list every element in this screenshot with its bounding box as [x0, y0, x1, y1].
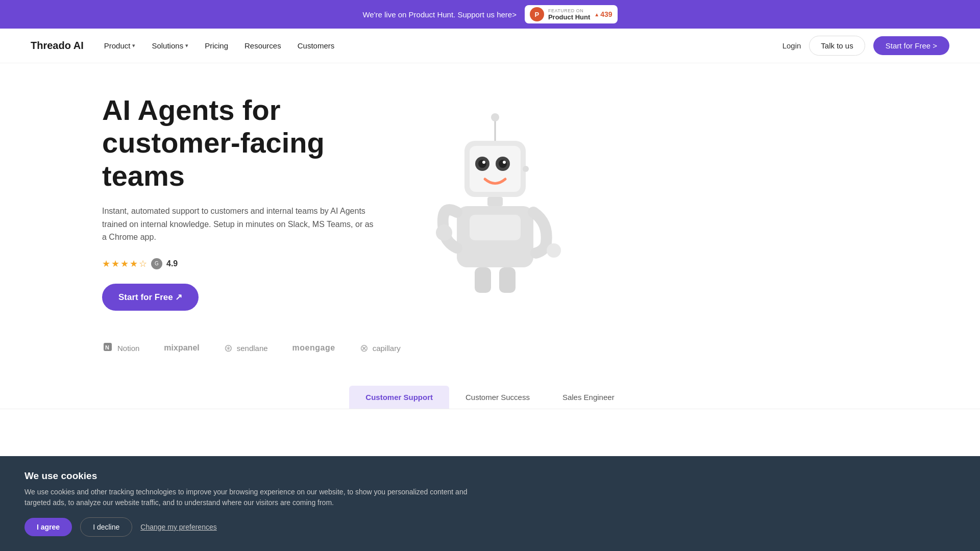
login-button[interactable]: Login	[782, 41, 801, 50]
svg-rect-3	[470, 146, 521, 192]
tab-sales-engineer[interactable]: Sales Engineer	[546, 386, 631, 409]
ph-icon: P	[530, 7, 544, 21]
tab-customer-success[interactable]: Customer Success	[449, 386, 546, 409]
logo-capillary: ⊗ capillary	[360, 342, 401, 354]
logos-row: N Notion mixpanel ⊛ sendlane moengage ⊗ …	[0, 331, 980, 375]
nav-resources[interactable]: Resources	[244, 41, 281, 50]
nav-actions: Login Talk to us Start for Free >	[782, 36, 949, 56]
hero-description: Instant, automated support to customers …	[102, 205, 378, 244]
hero-content: AI Agents for customer-facing teams Inst…	[102, 94, 408, 311]
star-1: ★	[102, 258, 110, 269]
hero-cta-button[interactable]: Start for Free ↗	[102, 284, 199, 311]
moengage-label: moengage	[292, 343, 335, 353]
ph-count-value: 439	[600, 10, 612, 18]
logo-sendlane: ⊛ sendlane	[224, 342, 268, 354]
notion-label: Notion	[117, 344, 139, 353]
ph-text: FEATURED ON Product Hunt	[548, 8, 590, 21]
hero-title: AI Agents for customer-facing teams	[102, 94, 408, 192]
svg-rect-16	[470, 215, 521, 240]
svg-point-5	[478, 160, 486, 168]
ph-name-label: Product Hunt	[548, 13, 590, 21]
nav-solutions[interactable]: Solutions ▾	[152, 41, 188, 50]
banner-text: We're live on Product Hunt. Support us h…	[362, 10, 517, 19]
nav-customers[interactable]: Customers	[298, 41, 335, 50]
capillary-label: capillary	[373, 344, 401, 353]
svg-point-18	[547, 243, 561, 258]
ph-count: ▲ 439	[594, 10, 612, 18]
product-hunt-badge[interactable]: P FEATURED ON Product Hunt ▲ 439	[525, 5, 618, 23]
star-half: ☆	[139, 258, 147, 269]
nav-links: Product ▾ Solutions ▾ Pricing Resources …	[104, 41, 782, 50]
svg-point-9	[503, 161, 506, 164]
top-banner: We're live on Product Hunt. Support us h…	[0, 0, 980, 29]
talk-button[interactable]: Talk to us	[809, 36, 865, 56]
svg-point-6	[482, 161, 485, 164]
star-3: ★	[120, 258, 129, 269]
star-2: ★	[111, 258, 119, 269]
ph-featured-label: FEATURED ON	[548, 8, 590, 13]
navbar: Threado AI Product ▾ Solutions ▾ Pricing…	[0, 29, 980, 63]
tab-customer-support[interactable]: Customer Support	[349, 386, 449, 409]
logo[interactable]: Threado AI	[31, 40, 84, 52]
capillary-icon: ⊗	[360, 342, 369, 354]
nav-pricing[interactable]: Pricing	[205, 41, 228, 50]
svg-text:N: N	[105, 344, 109, 350]
svg-rect-11	[487, 197, 503, 206]
robot-illustration	[419, 105, 572, 299]
star-rating: ★ ★ ★ ★ ☆	[102, 258, 147, 269]
tabs-section: Customer Support Customer Success Sales …	[0, 375, 980, 409]
mixpanel-label: mixpanel	[164, 343, 199, 353]
svg-point-8	[499, 160, 507, 168]
hero-title-line1: AI Agents for	[102, 94, 280, 126]
svg-rect-19	[475, 267, 491, 293]
sendlane-label: sendlane	[237, 344, 268, 353]
svg-point-1	[491, 113, 499, 121]
rating-row: ★ ★ ★ ★ ☆ G 4.9	[102, 258, 408, 269]
product-chevron-icon: ▾	[132, 42, 135, 49]
nav-product[interactable]: Product ▾	[104, 41, 136, 50]
svg-rect-20	[499, 267, 516, 293]
rating-value: 4.9	[166, 259, 178, 268]
notion-icon: N	[102, 341, 113, 355]
start-free-button[interactable]: Start for Free >	[873, 36, 949, 55]
logo-notion: N Notion	[102, 341, 139, 355]
rating-logo-icon: G	[151, 258, 162, 269]
ph-triangle-icon: ▲	[594, 12, 599, 17]
logo-moengage: moengage	[292, 343, 335, 353]
solutions-chevron-icon: ▾	[185, 42, 188, 49]
svg-point-10	[523, 166, 529, 172]
logo-mixpanel: mixpanel	[164, 343, 199, 353]
sendlane-icon: ⊛	[224, 342, 233, 354]
star-4: ★	[130, 258, 138, 269]
hero-section: AI Agents for customer-facing teams Inst…	[0, 63, 980, 331]
svg-point-17	[436, 224, 452, 241]
hero-image	[408, 100, 582, 304]
hero-title-line2: customer-facing teams	[102, 127, 325, 191]
